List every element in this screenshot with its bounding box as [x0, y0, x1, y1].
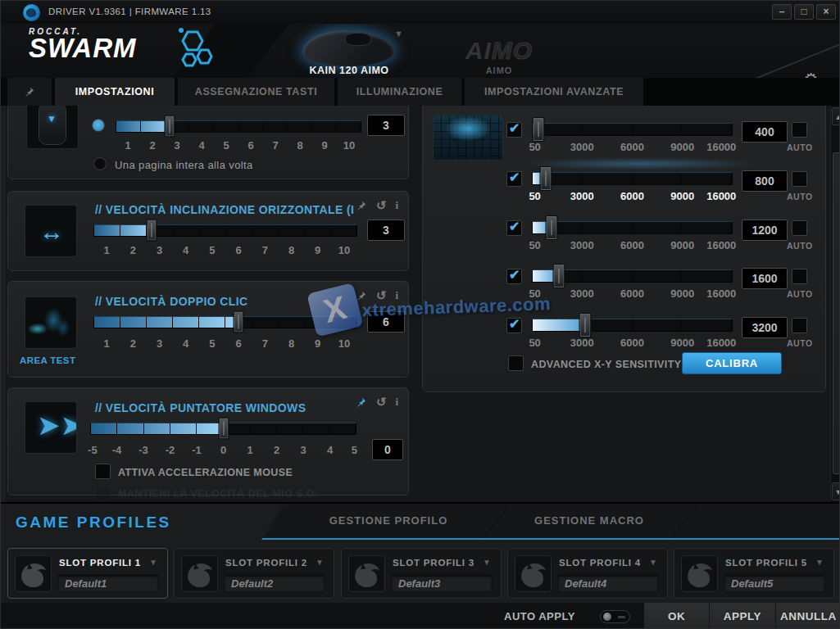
scroll-lines-radio[interactable]: [92, 119, 105, 132]
ok-button[interactable]: OK: [644, 603, 709, 629]
dpi-slider-scale: 5030006000900016000: [532, 190, 733, 203]
dpi-auto-checkbox[interactable]: [792, 220, 807, 236]
dpi-value: 3200: [742, 317, 788, 338]
pin-icon[interactable]: [356, 200, 367, 211]
profile-name-input[interactable]: [224, 574, 325, 592]
dpi-auto-checkbox[interactable]: [792, 122, 807, 138]
tab-assegnazione-tasti[interactable]: ASSEGNAZIONE TASTI: [178, 78, 334, 106]
chevron-down-icon[interactable]: ▼: [815, 558, 824, 567]
pin-icon[interactable]: [356, 396, 367, 408]
dpi-auto-checkbox[interactable]: [792, 269, 807, 284]
reset-icon[interactable]: ↺: [376, 395, 387, 410]
auto-apply-toggle[interactable]: [600, 610, 630, 623]
mouse-acceleration-checkbox[interactable]: [95, 464, 111, 479]
tab-illuminazione[interactable]: ILLUMINAZIONE: [338, 78, 461, 106]
vertical-scrollbar[interactable]: ▲ ▼: [830, 106, 840, 502]
info-icon[interactable]: i: [396, 396, 399, 409]
slider-fill: [116, 121, 170, 132]
chevron-down-icon[interactable]: ▼: [394, 29, 403, 38]
reset-icon[interactable]: ↺: [376, 288, 387, 303]
tick-label: 6: [247, 139, 253, 152]
reset-icon[interactable]: ↺: [376, 198, 387, 213]
profile-name-input[interactable]: [57, 574, 159, 592]
profile-name-input[interactable]: [724, 574, 825, 592]
scrollbar-thumb[interactable]: [833, 152, 840, 474]
slider-handle[interactable]: [165, 115, 175, 138]
profile-slot-1[interactable]: SLOT PROFILI 1 ▼: [7, 548, 168, 599]
tab-impostazioni[interactable]: IMPOSTAZIONI: [55, 78, 175, 106]
slider-handle[interactable]: [546, 215, 558, 240]
advanced-xy-checkbox[interactable]: [508, 355, 524, 371]
device-selector[interactable]: ▼ KAIN 120 AIMO: [279, 24, 419, 78]
aimo-device[interactable]: AIMO AIMO: [450, 24, 548, 78]
info-icon[interactable]: i: [396, 289, 399, 302]
tick-label: 10: [338, 337, 350, 350]
dpi-auto-checkbox[interactable]: [792, 318, 807, 333]
tick-label: 2: [149, 139, 155, 152]
annulla-button[interactable]: ANNULLA: [775, 603, 840, 629]
dpi-enable-checkbox[interactable]: [506, 269, 522, 284]
profile-slot-4[interactable]: SLOT PROFILI 4 ▼: [507, 548, 668, 599]
slider-handle[interactable]: [579, 313, 592, 337]
tab-gestione-macro[interactable]: GESTIONE MACRO: [507, 504, 671, 538]
dpi-enable-checkbox[interactable]: [506, 171, 522, 187]
full-page-radio[interactable]: [93, 157, 107, 170]
profile-name-input[interactable]: [391, 574, 493, 592]
dpi-slider-track[interactable]: [532, 319, 733, 332]
slider-handle[interactable]: [218, 418, 229, 440]
chevron-down-icon[interactable]: ▼: [649, 558, 657, 567]
chevron-down-icon[interactable]: ▼: [316, 558, 324, 567]
pin-icon[interactable]: [356, 290, 367, 301]
tab-impostazioni-avanzate[interactable]: IMPOSTAZIONI AVANZATE: [465, 78, 643, 106]
slider-scale: -5-4-3-2-1012345: [90, 444, 356, 457]
calibrate-button[interactable]: CALIBRA: [682, 352, 782, 374]
dpi-auto-label: AUTO: [787, 241, 813, 251]
scroll-down-icon[interactable]: ▼: [832, 482, 840, 500]
slider-handle[interactable]: [234, 311, 244, 333]
device-name-label: KAIN 120 AIMO: [279, 65, 419, 76]
gear-icon[interactable]: ⚙: [804, 70, 818, 78]
info-icon[interactable]: i: [396, 199, 399, 212]
maximize-button[interactable]: □: [794, 4, 814, 20]
area-test-label[interactable]: AREA TEST: [20, 355, 75, 365]
advanced-xy-label: ADVANCED X-Y SENSITIVITY: [531, 359, 681, 370]
full-page-label: Una pagina intera alla volta: [115, 159, 253, 171]
faded-checkbox[interactable]: [95, 485, 111, 500]
dpi-slider-track[interactable]: [532, 172, 733, 185]
minimize-button[interactable]: –: [772, 4, 792, 20]
slider-handle[interactable]: [539, 166, 552, 191]
dpi-enable-checkbox[interactable]: [506, 318, 522, 333]
slider-handle[interactable]: [552, 264, 565, 288]
dpi-row-3: 5030006000900016000 1200 AUTO: [423, 219, 827, 265]
pin-tab[interactable]: [7, 78, 52, 106]
scroll-up-icon[interactable]: ▲: [832, 107, 840, 125]
dpi-slider-track[interactable]: [532, 221, 733, 234]
tilt-value: 3: [367, 219, 405, 241]
dpi-enable-checkbox[interactable]: [506, 122, 522, 138]
profile-name-input[interactable]: [557, 574, 659, 592]
tick-label: 9: [321, 139, 327, 152]
slider-handle[interactable]: [533, 117, 545, 142]
dpi-enable-checkbox[interactable]: [506, 220, 522, 236]
dpi-slider-track[interactable]: [532, 123, 733, 136]
tab-gestione-profilo[interactable]: GESTIONE PROFILO: [294, 504, 483, 538]
dpi-auto-checkbox[interactable]: [792, 171, 807, 187]
dpi-auto-label: AUTO: [787, 192, 813, 201]
tilt-slider-track[interactable]: [93, 224, 357, 237]
close-button[interactable]: ×: [816, 4, 836, 20]
profile-slot-3[interactable]: SLOT PROFILI 3 ▼: [341, 548, 502, 599]
dpi-row-2-active: 5030006000900016000 800 AUTO: [423, 170, 827, 216]
dpi-slider-scale: 5030006000900016000: [532, 141, 733, 154]
slider-handle[interactable]: [146, 219, 157, 242]
profile-slot-2[interactable]: SLOT PROFILI 2 ▼: [174, 548, 334, 599]
toggle-dash: [618, 616, 625, 618]
profile-slot-5[interactable]: SLOT PROFILI 5 ▼: [674, 548, 834, 599]
dpi-row-4: 5030006000900016000 1600 AUTO: [423, 268, 827, 314]
scroll-speed-slider-track[interactable]: [116, 120, 361, 133]
tick-label: 16000: [706, 190, 736, 202]
dpi-slider-track[interactable]: [532, 269, 733, 283]
chevron-down-icon[interactable]: ▼: [483, 558, 491, 567]
apply-button[interactable]: APPLY: [709, 603, 774, 629]
doubleclick-slider-track[interactable]: [93, 316, 357, 328]
chevron-down-icon[interactable]: ▼: [149, 558, 157, 567]
